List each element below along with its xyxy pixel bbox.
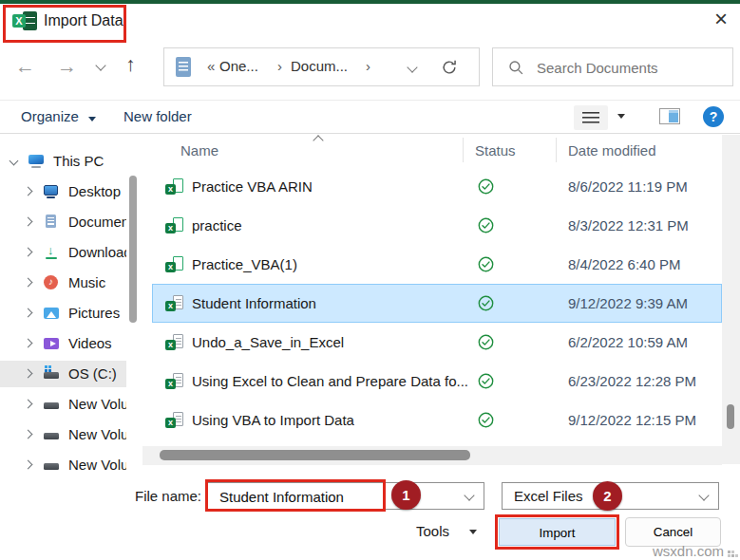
column-header-status[interactable]: Status: [475, 142, 516, 159]
tools-dropdown-icon[interactable]: [469, 530, 477, 534]
folder-document-icon: [176, 57, 191, 77]
file-type-value: Excel Files: [514, 488, 583, 504]
preview-pane-button[interactable]: [659, 108, 680, 124]
navigation-tree: This PCDesktopDocumentsDownloadsMusicPic…: [0, 135, 142, 475]
sidebar-item-music[interactable]: Music: [0, 270, 126, 296]
tree-collapse-chevron-icon[interactable]: [24, 430, 33, 439]
tree-collapse-chevron-icon[interactable]: [24, 308, 33, 318]
sidebar-item-label: Music: [68, 274, 126, 290]
view-mode-button[interactable]: [574, 105, 608, 130]
sidebar-item-new-volume[interactable]: New Volume: [0, 391, 126, 418]
file-name-combobox[interactable]: [207, 482, 484, 510]
column-divider-2[interactable]: [556, 138, 557, 162]
sidebar-item-new-volume[interactable]: New Volume: [0, 452, 126, 475]
sidebar-item-label: This PC: [53, 153, 126, 169]
file-row-undo-a-save-in-excel[interactable]: xUndo_a_Save_in_Excel6/2/2022 10:59 AM: [152, 323, 722, 362]
excel-file-icon: x: [165, 412, 183, 428]
column-header-date-modified[interactable]: Date modified: [568, 142, 656, 159]
breadcrumb-separator-2: ›: [357, 58, 379, 74]
watermark-dots-icon: [728, 551, 731, 553]
back-icon[interactable]: ←: [15, 56, 35, 76]
list-vertical-scrollbar-thumb[interactable]: [727, 404, 734, 429]
excel-file-icon: x: [165, 373, 183, 389]
tree-expand-chevron-icon[interactable]: [9, 157, 19, 166]
file-row-practice[interactable]: xpractice8/3/2022 12:31 PM: [152, 206, 722, 245]
column-header-name[interactable]: Name: [180, 142, 218, 159]
list-horizontal-scrollbar-thumb[interactable]: [160, 450, 470, 460]
drive-icon: [42, 426, 61, 443]
sidebar-item-documents[interactable]: Documents: [0, 209, 126, 235]
file-name: Student Information: [192, 284, 316, 323]
status-check-circle-icon: [478, 334, 494, 350]
file-name: Practice VBA ARIN: [192, 167, 313, 206]
drive-icon: [42, 457, 61, 474]
tree-collapse-chevron-icon[interactable]: [24, 187, 33, 196]
excel-window-edge: [0, 0, 740, 4]
new-folder-button[interactable]: New folder: [123, 108, 192, 124]
sidebar-item-label: Videos: [68, 335, 126, 351]
organize-label: Organize: [21, 108, 79, 124]
file-date-modified: 8/3/2022 12:31 PM: [568, 206, 689, 245]
tree-collapse-chevron-icon[interactable]: [24, 460, 33, 470]
this-pc-icon: [27, 153, 46, 170]
breadcrumb-separator: ›: [269, 58, 291, 74]
drive-icon: [42, 396, 61, 413]
sidebar-item-new-volume[interactable]: New Volume: [0, 421, 126, 448]
sidebar-item-os-c-[interactable]: OS (C:): [0, 361, 126, 387]
tools-button[interactable]: Tools: [416, 523, 449, 539]
sidebar-item-desktop[interactable]: Desktop: [0, 178, 126, 205]
up-icon[interactable]: ↑: [125, 54, 136, 74]
excel-x-glyph: X: [12, 14, 26, 28]
file-name: practice: [192, 206, 242, 245]
tree-collapse-chevron-icon[interactable]: [24, 400, 33, 409]
file-type-dropdown-chevron-icon[interactable]: [698, 490, 709, 500]
tree-collapse-chevron-icon[interactable]: [24, 369, 33, 379]
excel-file-icon: x: [165, 178, 183, 195]
command-toolbar: Organize New folder ?: [0, 100, 740, 134]
sidebar-item-label: New Volume: [68, 396, 126, 412]
search-input[interactable]: [535, 55, 719, 80]
recent-locations-chevron-icon[interactable]: [95, 60, 105, 70]
import-button[interactable]: Import: [499, 518, 616, 546]
breadcrumb-item-onedrive[interactable]: One...: [219, 58, 258, 74]
sidebar-item-label: OS (C:): [68, 365, 126, 382]
sidebar-item-downloads[interactable]: Downloads: [0, 239, 126, 266]
file-name-input[interactable]: [218, 485, 392, 509]
file-name-dropdown-chevron-icon[interactable]: [464, 490, 474, 500]
file-row-student-information[interactable]: xStudent Information9/12/2022 9:39 AM: [152, 284, 722, 323]
file-date-modified: 6/2/2022 10:59 AM: [568, 323, 688, 362]
close-icon[interactable]: ×: [707, 4, 735, 34]
sidebar-item-label: Downloads: [68, 244, 126, 260]
sidebar-item-videos[interactable]: Videos: [0, 330, 126, 357]
status-check-circle-icon: [478, 178, 494, 195]
address-bar[interactable]: « One... › Docum... ›: [163, 47, 480, 86]
sidebar-item-label: Pictures: [68, 305, 126, 321]
file-row-practice-vba-1[interactable]: xPractice_VBA(1)8/4/2022 6:40 PM: [152, 245, 722, 284]
tree-collapse-chevron-icon[interactable]: [24, 217, 33, 227]
sidebar-item-pictures[interactable]: Pictures: [0, 300, 126, 327]
breadcrumb-item-documents[interactable]: Docum...: [291, 58, 348, 74]
list-view-icon: [582, 112, 599, 123]
tree-collapse-chevron-icon[interactable]: [24, 339, 33, 348]
file-row-using-excel-to-clean-and-prepare-data-fo[interactable]: xUsing Excel to Clean and Prepare Data f…: [152, 362, 722, 401]
sidebar-scrollbar-thumb[interactable]: [129, 176, 137, 323]
preview-pane-icon: [669, 110, 678, 122]
watermark: wsxdn.com: [627, 543, 724, 559]
organize-button[interactable]: Organize: [21, 108, 96, 124]
address-dropdown-chevron-icon[interactable]: [407, 62, 417, 72]
forward-icon[interactable]: →: [57, 56, 77, 76]
tree-collapse-chevron-icon[interactable]: [24, 248, 33, 257]
search-box[interactable]: [492, 47, 733, 86]
file-date-modified: 8/4/2022 6:40 PM: [568, 245, 680, 284]
file-date-modified: 8/6/2022 11:19 PM: [568, 167, 688, 206]
view-dropdown-icon[interactable]: [617, 114, 625, 119]
file-row-practice-vba-arin[interactable]: xPractice VBA ARIN8/6/2022 11:19 PM: [152, 167, 722, 206]
refresh-icon[interactable]: [441, 59, 458, 76]
sidebar-item-this-pc[interactable]: This PC: [0, 148, 126, 175]
excel-file-icon: x: [165, 334, 183, 350]
tree-collapse-chevron-icon[interactable]: [24, 278, 33, 288]
status-check-circle-icon: [478, 412, 494, 428]
help-button[interactable]: ?: [703, 106, 724, 127]
column-divider[interactable]: [463, 138, 464, 162]
file-row-using-vba-to-import-data[interactable]: xUsing VBA to Import Data9/12/2022 12:15…: [152, 401, 722, 439]
